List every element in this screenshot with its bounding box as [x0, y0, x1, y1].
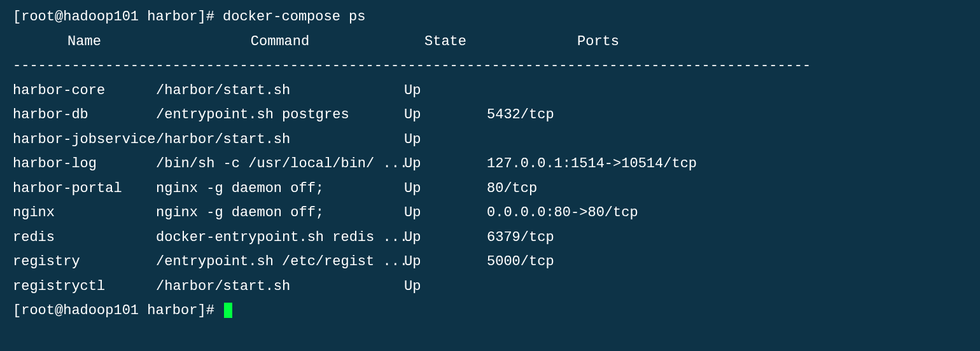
cell-state: Up: [404, 226, 487, 251]
cell-state: Up: [404, 128, 487, 153]
cell-state: Up: [404, 103, 487, 128]
cell-name: harbor-core: [13, 79, 156, 104]
table-row: harbor-log/bin/sh -c /usr/local/bin/ ...…: [13, 152, 967, 177]
cursor-icon: [224, 303, 232, 318]
cell-command: /entrypoint.sh /etc/regist ...: [156, 250, 404, 275]
cell-name: registry: [13, 250, 156, 275]
prompt-bracket-close: ]#: [197, 303, 223, 319]
cell-ports: 127.0.0.1:1514->10514/tcp: [487, 152, 697, 177]
prompt-dir: harbor: [147, 9, 197, 25]
cell-state: Up: [404, 201, 487, 226]
cell-name: harbor-log: [13, 152, 156, 177]
prompt-bracket-close: ]#: [197, 9, 223, 25]
cell-command: /harbor/start.sh: [156, 275, 404, 299]
cell-name: harbor-jobservice: [13, 128, 156, 153]
cell-command: nginx -g daemon off;: [156, 201, 404, 226]
cell-name: redis: [13, 226, 156, 251]
cell-state: Up: [404, 250, 487, 275]
prompt-bracket-open: [: [13, 303, 21, 319]
prompt-at: @: [55, 9, 63, 25]
table-row: nginxnginx -g daemon off;Up0.0.0.0:80->8…: [13, 201, 967, 226]
table-row: registryctl/harbor/start.shUp: [13, 275, 967, 299]
command-text: docker-compose ps: [223, 9, 365, 25]
cell-ports: 5000/tcp: [487, 250, 554, 275]
cell-command: /harbor/start.sh: [156, 79, 404, 104]
prompt-dir: harbor: [147, 303, 197, 319]
cell-ports: 80/tcp: [487, 177, 537, 202]
table-row: harbor-portalnginx -g daemon off;Up80/tc…: [13, 177, 967, 202]
cell-state: Up: [404, 275, 487, 299]
cell-state: Up: [404, 152, 487, 177]
prompt-host: hadoop101: [63, 303, 139, 319]
cell-command: nginx -g daemon off;: [156, 177, 404, 202]
header-state: State: [404, 30, 487, 55]
prompt-at: @: [55, 303, 63, 319]
table-row: harbor-db/entrypoint.sh postgresUp5432/t…: [13, 103, 967, 128]
cell-command: /bin/sh -c /usr/local/bin/ ...: [156, 152, 404, 177]
table-header-row: NameCommandStatePorts: [13, 30, 967, 55]
cell-command: /harbor/start.sh: [156, 128, 404, 153]
cell-ports: 6379/tcp: [487, 226, 554, 251]
cell-ports: 5432/tcp: [487, 103, 554, 128]
cell-name: registryctl: [13, 275, 156, 299]
prompt-bracket-open: [: [13, 9, 21, 25]
cell-state: Up: [404, 79, 487, 104]
header-name: Name: [13, 30, 156, 55]
prompt-line-1: [root@hadoop101 harbor]# docker-compose …: [13, 5, 967, 30]
table-row: registry/entrypoint.sh /etc/regist ...Up…: [13, 250, 967, 275]
divider-line: ----------------------------------------…: [13, 54, 967, 79]
cell-ports: 0.0.0.0:80->80/tcp: [487, 201, 638, 226]
prompt-line-2[interactable]: [root@hadoop101 harbor]#: [13, 299, 967, 324]
table-row: harbor-core/harbor/start.shUp: [13, 79, 967, 104]
table-row: redisdocker-entrypoint.sh redis ...Up637…: [13, 226, 967, 251]
prompt-user: root: [21, 9, 55, 25]
cell-name: harbor-db: [13, 103, 156, 128]
cell-name: harbor-portal: [13, 177, 156, 202]
prompt-user: root: [21, 303, 55, 319]
cell-command: docker-entrypoint.sh redis ...: [156, 226, 404, 251]
header-command: Command: [156, 30, 404, 55]
table-row: harbor-jobservice/harbor/start.shUp: [13, 128, 967, 153]
header-ports: Ports: [487, 30, 710, 55]
cell-state: Up: [404, 177, 487, 202]
cell-command: /entrypoint.sh postgres: [156, 103, 404, 128]
cell-name: nginx: [13, 201, 156, 226]
prompt-host: hadoop101: [63, 9, 139, 25]
